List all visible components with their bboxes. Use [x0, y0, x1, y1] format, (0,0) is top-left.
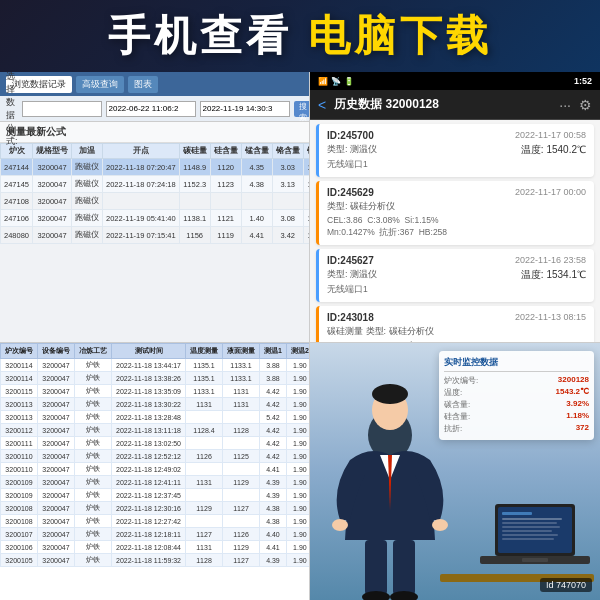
phone-header-title: 历史数据 32000128 [334, 96, 551, 113]
card-value: 温度: 1534.1℃ [521, 268, 586, 282]
tab-advanced[interactable]: 高级查询 [76, 76, 124, 93]
card-id: ID:243018 [327, 312, 374, 323]
overlay-val: 372 [576, 423, 589, 434]
signal-icon: 📶 [318, 77, 328, 86]
search-button[interactable]: 搜索 [294, 101, 310, 117]
overlay-key: 温度: [444, 387, 462, 398]
overlay-row: 硅含量:1.18% [444, 411, 589, 422]
svg-rect-17 [502, 538, 554, 540]
card-port: 无线端口1 [327, 159, 586, 171]
overlay-key: 抗折: [444, 423, 462, 434]
overlay-title: 实时监控数据 [444, 356, 589, 372]
right-panel-mobile: 📶 📡 🔋 1:52 < 历史数据 32000128 ··· ⚙ ID:2457… [310, 72, 600, 342]
battery-icon: 🔋 [344, 77, 354, 86]
status-icons-left: 📶 📡 🔋 [318, 77, 354, 86]
table-row[interactable]: 32001153200047炉铁2022-11-18 13:35:091133.… [1, 385, 310, 398]
table-row[interactable]: 2480803200047跑磁仪2022-11-19 07:15:4111561… [1, 227, 310, 244]
back-button[interactable]: < [318, 97, 326, 113]
phone-header: < 历史数据 32000128 ··· ⚙ [310, 90, 600, 120]
overlay-key: 碳含量: [444, 399, 470, 410]
card-id: ID:245629 [327, 187, 374, 198]
card-date: 2022-11-16 23:58 [515, 255, 586, 266]
table-row[interactable]: 32001143200047炉铁2022-11-18 13:44:171135.… [1, 359, 310, 372]
banner-text-part1: 手机查看 [108, 12, 292, 59]
record-card[interactable]: ID:243018 2022-11-13 08:15 碳硅测量 类型: 碳硅分析… [316, 306, 594, 342]
header-icons: ··· ⚙ [559, 97, 592, 113]
table-row[interactable]: 2471063200047跑磁仪2022-11-19 05:41:401138.… [1, 210, 310, 227]
status-bar: 📶 📡 🔋 1:52 [310, 72, 600, 90]
card-port: 无线端口1 [327, 284, 586, 296]
table-scroll-container[interactable]: 炉次编号设备编号冶炼工艺测试时间温度测量液面测量测温1测温2碳含量硅含量钛含量硫… [0, 343, 309, 600]
svg-point-4 [432, 519, 448, 531]
table-row[interactable]: 32001133200047炉铁2022-11-18 13:30:2211311… [1, 398, 310, 411]
overlay-row: 抗折:372 [444, 423, 589, 434]
card-date: 2022-11-17 00:00 [515, 187, 586, 198]
bottom-right-visual: 实时监控数据 炉次编号:3200128温度:1543.2℃碳含量:3.92%硅含… [310, 342, 600, 600]
card-id: ID:245700 [327, 130, 374, 141]
date-end-input[interactable] [200, 101, 290, 117]
tab-chart[interactable]: 图表 [128, 76, 158, 93]
overlay-val: 1543.2℃ [556, 387, 589, 398]
card-type: 类型: 测温仪 [327, 268, 377, 282]
person-background: 实时监控数据 炉次编号:3200128温度:1543.2℃碳含量:3.92%硅含… [310, 343, 600, 600]
top-banner: 手机查看 电脑下载 [0, 0, 600, 72]
table-row[interactable]: 32001103200047炉铁2022-11-18 12:49:024.411… [1, 463, 310, 476]
overlay-row: 炉次编号:3200128 [444, 375, 589, 386]
table-row[interactable]: 2471443200047跑磁仪2022-11-18 07:20:471148.… [1, 159, 310, 176]
big-data-table: 炉次编号设备编号冶炼工艺测试时间温度测量液面测量测温1测温2碳含量硅含量钛含量硫… [0, 343, 309, 567]
bottom-left-table: 炉次编号设备编号冶炼工艺测试时间温度测量液面测量测温1测温2碳含量硅含量钛含量硫… [0, 342, 310, 600]
settings-icon[interactable]: ⚙ [579, 97, 592, 113]
card-date: 2022-11-13 08:15 [515, 312, 586, 323]
table-row[interactable]: 32001053200047炉铁2022-11-18 11:59:3211281… [1, 554, 310, 567]
svg-rect-19 [522, 558, 548, 562]
record-card[interactable]: ID:245700 2022-11-17 00:58 类型: 测温仪 温度: 1… [316, 124, 594, 177]
svg-point-3 [332, 519, 348, 531]
card-type: 类型: 测温仪 [327, 143, 377, 157]
card-type: 碳硅测量 类型: 碳硅分析仪 [327, 325, 586, 338]
tab-bar: 浏览数据记录 高级查询 图表 [0, 72, 309, 96]
card-details-2: Mn:0.1427% 抗折:367 HB:258 [327, 227, 586, 239]
svg-rect-13 [502, 522, 557, 524]
svg-rect-16 [502, 534, 558, 536]
card-id: ID:245627 [327, 255, 374, 266]
overlay-row: 碳含量:3.92% [444, 399, 589, 410]
overlay-key: 硅含量: [444, 411, 470, 422]
records-table: 炉次规格型号加温开点碳硅量硅含量锰含量铬含量钛硫钛号测试规格测试量备注 2471… [0, 143, 309, 244]
svg-rect-12 [502, 518, 562, 520]
svg-rect-5 [365, 540, 387, 595]
record-card[interactable]: ID:245627 2022-11-16 23:58 类型: 测温仪 温度: 1… [316, 249, 594, 302]
table-row[interactable]: 2471453200047跑磁仪2022-11-18 07:24:181152.… [1, 176, 310, 193]
wifi-icon: 📡 [331, 77, 341, 86]
banner-text: 手机查看 电脑下载 [108, 8, 492, 64]
table-row[interactable]: 32001083200047炉铁2022-11-18 12:27:424.381… [1, 515, 310, 528]
overlay-data-panel: 实时监控数据 炉次编号:3200128温度:1543.2℃碳含量:3.92%硅含… [439, 351, 594, 440]
table-row[interactable]: 32001103200047炉铁2022-11-18 12:52:1211261… [1, 450, 310, 463]
table-row[interactable]: 32001073200047炉铁2022-11-18 12:18:1111271… [1, 528, 310, 541]
table-row[interactable]: 32001113200047炉铁2022-11-18 13:02:504.421… [1, 437, 310, 450]
overlay-val: 1.18% [566, 411, 589, 422]
svg-rect-6 [393, 540, 415, 595]
bottom-section: 炉次编号设备编号冶炼工艺测试时间温度测量液面测量测温1测温2碳含量硅含量钛含量硫… [0, 342, 600, 600]
middle-section: 浏览数据记录 高级查询 图表 选择数据公式: 搜索 刷新 测量最新公式 炉次规格… [0, 72, 600, 342]
table-row[interactable]: 32001083200047炉铁2022-11-18 12:30:1611291… [1, 502, 310, 515]
more-icon[interactable]: ··· [559, 97, 571, 113]
card-type: 类型: 碳硅分析仪 [327, 200, 586, 213]
table-row[interactable]: 32001143200047炉铁2022-11-18 13:38:261135.… [1, 372, 310, 385]
table-row[interactable]: 32001123200047炉铁2022-11-18 13:11:181128.… [1, 424, 310, 437]
svg-rect-15 [502, 530, 552, 532]
svg-rect-14 [502, 526, 560, 528]
overlay-key: 炉次编号: [444, 375, 478, 386]
laptop-svg [480, 504, 590, 574]
table-row[interactable]: 32001093200047炉铁2022-11-18 12:41:1111311… [1, 476, 310, 489]
card-details: CEL:3.86 C:3.08% Si:1.15% [327, 215, 586, 225]
table-row[interactable]: 2471083200047跑磁仪1397.8查看 删 [1, 193, 310, 210]
table-row[interactable]: 32001063200047炉铁2022-11-18 12:08:4411311… [1, 541, 310, 554]
table-row[interactable]: 32001133200047炉铁2022-11-18 13:28:485.421… [1, 411, 310, 424]
record-card[interactable]: ID:245629 2022-11-17 00:00 类型: 碳硅分析仪CEL:… [316, 181, 594, 245]
section-title: 测量最新公式 [0, 122, 309, 143]
svg-point-2 [372, 384, 408, 404]
formula-dropdown[interactable] [22, 101, 102, 117]
table-row[interactable]: 32001093200047炉铁2022-11-18 12:37:454.391… [1, 489, 310, 502]
date-start-input[interactable] [106, 101, 196, 117]
left-panel-desktop: 浏览数据记录 高级查询 图表 选择数据公式: 搜索 刷新 测量最新公式 炉次规格… [0, 72, 310, 342]
